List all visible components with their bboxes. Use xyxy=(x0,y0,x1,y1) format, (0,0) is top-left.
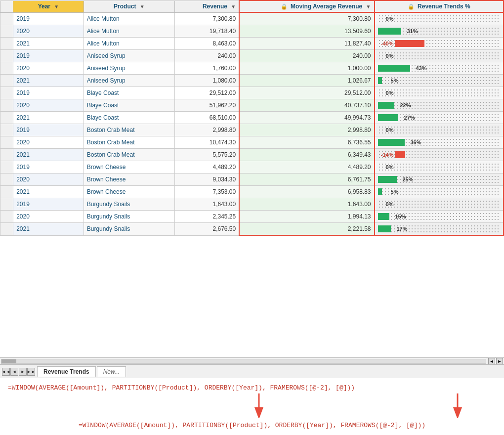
revenue-cell: 9,034.30 xyxy=(174,174,239,186)
trend-bar-positive xyxy=(378,77,382,84)
trend-label: -14% xyxy=(378,152,394,158)
tab-new[interactable]: New... xyxy=(97,366,126,377)
row-indicator xyxy=(0,149,13,161)
moving-avg-cell: 49,994.73 xyxy=(239,112,374,124)
year-cell: 2020 xyxy=(13,211,84,223)
moving-avg-header[interactable]: 🔒 Moving Average Revenue ▼ xyxy=(239,0,374,12)
moving-avg-cell: 13,509.60 xyxy=(239,25,374,38)
moving-avg-cell: 11,827.40 xyxy=(239,38,374,50)
year-header[interactable]: Year ▼ xyxy=(13,0,84,12)
year-cell: 2021 xyxy=(13,186,84,198)
product-cell: Burgundy Snails xyxy=(84,223,174,236)
moving-avg-cell: 6,761.75 xyxy=(239,174,374,186)
product-cell: Boston Crab Meat xyxy=(84,124,174,136)
product-filter-icon[interactable]: ▼ xyxy=(140,4,145,9)
nav-prev[interactable]: ◄ xyxy=(10,368,18,376)
moving-avg-cell: 6,958.83 xyxy=(239,186,374,198)
row-indicator xyxy=(0,99,13,112)
trend-label: 0% xyxy=(378,16,394,22)
row-indicator xyxy=(0,25,13,38)
trend-label: 25% xyxy=(398,176,414,182)
arrow-2 xyxy=(449,393,466,420)
trend-bar-negative xyxy=(395,151,405,158)
nav-last[interactable]: ►► xyxy=(27,368,35,376)
revenue-cell: 10,474.30 xyxy=(174,136,239,149)
row-indicator xyxy=(0,136,13,149)
table-wrapper: Year ▼ Product ▼ Revenue ▼ 🔒 Moving Aver… xyxy=(0,0,504,357)
trend-bar-negative xyxy=(395,40,424,47)
trend-label: 15% xyxy=(390,214,406,219)
revenue-filter-icon[interactable]: ▼ xyxy=(231,4,236,9)
revenue-cell: 68,510.00 xyxy=(174,112,239,124)
trend-label: 5% xyxy=(383,78,399,84)
spreadsheet-container: Year ▼ Product ▼ Revenue ▼ 🔒 Moving Aver… xyxy=(0,0,504,435)
scroll-left-btn[interactable]: ◄ xyxy=(488,358,495,365)
trend-label: 0% xyxy=(378,53,394,59)
year-cell: 2021 xyxy=(13,149,84,161)
trend-label: 0% xyxy=(378,164,394,170)
trend-content: -40% xyxy=(378,40,424,47)
scrollbar-thumb[interactable] xyxy=(1,359,16,363)
lock-icon-2: 🔒 xyxy=(408,3,415,10)
revenue-header[interactable]: Revenue ▼ xyxy=(174,0,239,12)
data-table: Year ▼ Product ▼ Revenue ▼ 🔒 Moving Aver… xyxy=(0,0,504,236)
moving-avg-cell: 1,994.13 xyxy=(239,211,374,223)
scrollbar-track[interactable] xyxy=(1,359,486,364)
formula-section: =WINDOW(AVERAGE([Amount]), PARTITIONBY([… xyxy=(0,378,504,435)
product-cell: Aniseed Syrup xyxy=(84,75,174,87)
product-header[interactable]: Product ▼ xyxy=(84,0,174,12)
nav-next[interactable]: ► xyxy=(19,368,27,376)
revenue-cell: 51,962.20 xyxy=(174,99,239,112)
row-indicator xyxy=(0,62,13,75)
moving-avg-cell: 2,998.80 xyxy=(239,124,374,136)
row-indicator xyxy=(0,112,13,124)
trend-content: 27% xyxy=(378,114,415,121)
year-cell: 2019 xyxy=(13,161,84,174)
row-indicator xyxy=(0,12,13,25)
trend-bar-positive xyxy=(378,213,389,220)
scroll-right-btn[interactable]: ► xyxy=(496,358,503,365)
product-cell: Brown Cheese xyxy=(84,186,174,198)
formula-line-2: =WINDOW(AVERAGE([Amount]), PARTITIONBY([… xyxy=(8,422,496,429)
trend-content: 17% xyxy=(378,225,408,232)
arrow-1 xyxy=(250,393,268,420)
year-cell: 2019 xyxy=(13,124,84,136)
row-indicator xyxy=(0,174,13,186)
product-cell: Blaye Coast xyxy=(84,112,174,124)
trend-bar-positive xyxy=(378,102,394,109)
trends-cell: 17% xyxy=(375,223,504,236)
formula-line-1: =WINDOW(AVERAGE([Amount]), PARTITIONBY([… xyxy=(8,384,496,392)
trends-cell: 0% xyxy=(375,12,504,25)
nav-first[interactable]: ◄◄ xyxy=(2,368,10,376)
product-cell: Brown Cheese xyxy=(84,161,174,174)
trend-content: 25% xyxy=(378,176,414,183)
horizontal-scrollbar[interactable]: ◄ ► xyxy=(0,357,504,364)
moving-avg-cell: 1,000.00 xyxy=(239,62,374,75)
trend-label: 31% xyxy=(402,28,418,34)
row-indicator xyxy=(0,223,13,236)
moving-avg-cell: 1,026.67 xyxy=(239,75,374,87)
revenue-cell: 7,300.80 xyxy=(174,12,239,25)
revenue-cell: 7,353.00 xyxy=(174,186,239,198)
year-cell: 2019 xyxy=(13,12,84,25)
trends-header[interactable]: 🔒 Revenue Trends % xyxy=(375,0,504,12)
row-indicator xyxy=(0,38,13,50)
trends-cell: 0% xyxy=(375,50,504,62)
product-cell: Burgundy Snails xyxy=(84,211,174,223)
trend-content: 22% xyxy=(378,102,411,109)
trends-cell: 15% xyxy=(375,211,504,223)
trend-bar-positive xyxy=(378,225,391,232)
moving-avg-cell: 29,512.00 xyxy=(239,87,374,99)
row-indicator xyxy=(0,75,13,87)
moving-avg-filter-icon[interactable]: ▼ xyxy=(366,4,371,9)
trends-header-label: Revenue Trends % xyxy=(418,3,470,10)
product-cell: Boston Crab Meat xyxy=(84,149,174,161)
tab-bar: ◄◄ ◄ ► ►► Revenue Trends New... xyxy=(0,364,504,378)
year-filter-icon[interactable]: ▼ xyxy=(54,4,59,9)
row-indicator xyxy=(0,50,13,62)
trend-content: 0% xyxy=(378,164,394,170)
revenue-cell: 19,718.40 xyxy=(174,25,239,38)
trends-cell: 22% xyxy=(375,99,504,112)
trends-cell: 0% xyxy=(375,161,504,174)
tab-revenue-trends[interactable]: Revenue Trends xyxy=(37,366,96,377)
